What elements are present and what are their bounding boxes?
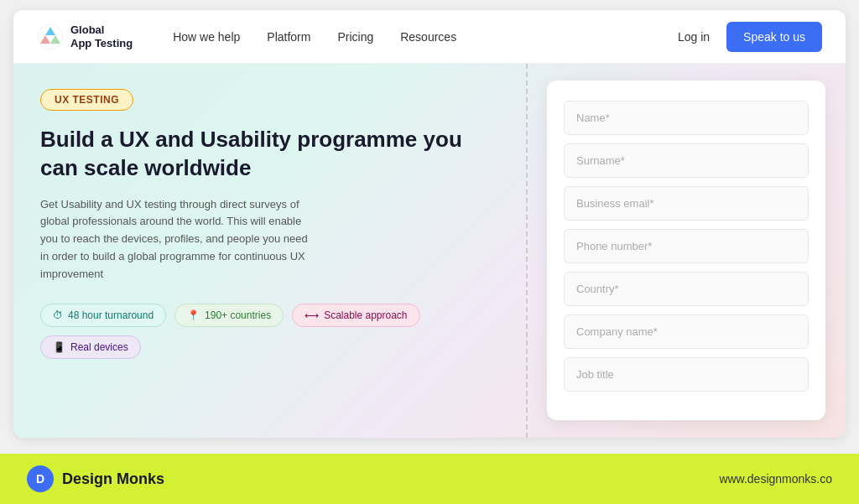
nav-platform[interactable]: Platform <box>267 30 310 44</box>
bottom-bar: D Design Monks www.designmonks.co <box>0 454 859 504</box>
hero-title: Build a UX and Usability programme you c… <box>40 126 500 183</box>
device-icon: 📱 <box>53 341 65 353</box>
feature-badges: ⏱ 48 hour turnaround 📍 190+ countries ⟷ … <box>40 304 500 359</box>
dashed-separator <box>526 64 528 438</box>
country-input[interactable] <box>564 272 809 306</box>
location-icon: 📍 <box>187 309 200 321</box>
phone-field-wrapper <box>564 229 809 263</box>
email-input[interactable] <box>564 186 809 221</box>
surname-input[interactable] <box>564 143 809 178</box>
page-wrapper: Global App Testing How we help Platform … <box>0 0 859 504</box>
main-content: Global App Testing How we help Platform … <box>0 0 859 454</box>
surname-field-wrapper <box>564 143 809 178</box>
brand-name: Design Monks <box>62 470 164 488</box>
browser-card: Global App Testing How we help Platform … <box>13 10 846 438</box>
name-field-wrapper <box>564 101 809 135</box>
email-field-wrapper <box>564 186 809 221</box>
nav-actions: Log in Speak to us <box>678 22 822 52</box>
company-input[interactable] <box>564 314 809 349</box>
right-panel <box>527 64 846 438</box>
job-title-field-wrapper <box>564 357 809 392</box>
left-panel: UX TESTING Build a UX and Usability prog… <box>13 64 527 438</box>
ux-testing-badge: UX TESTING <box>40 89 133 111</box>
contact-form <box>547 81 825 420</box>
name-input[interactable] <box>564 101 809 135</box>
speak-to-us-button[interactable]: Speak to us <box>726 22 822 52</box>
badge-real-devices: 📱 Real devices <box>40 335 141 359</box>
navbar: Global App Testing How we help Platform … <box>13 10 846 64</box>
nav-how-we-help[interactable]: How we help <box>173 30 240 44</box>
hero-description: Get Usability and UX testing through dir… <box>40 196 309 283</box>
badge-countries: 📍 190+ countries <box>174 304 284 327</box>
nav-links: How we help Platform Pricing Resources <box>173 30 678 44</box>
job-title-input[interactable] <box>564 357 809 392</box>
brand-icon: D <box>27 465 54 492</box>
brand-url: www.designmonks.co <box>719 472 832 486</box>
logo-area: Global App Testing <box>37 23 133 50</box>
badge-turnaround: ⏱ 48 hour turnaround <box>40 304 166 327</box>
logo-icon <box>37 23 64 50</box>
login-button[interactable]: Log in <box>678 30 710 44</box>
bottom-logo: D Design Monks <box>27 465 164 492</box>
logo-text: Global App Testing <box>70 23 133 49</box>
clock-icon: ⏱ <box>53 309 63 321</box>
page-body: UX TESTING Build a UX and Usability prog… <box>13 64 846 438</box>
badge-scalable: ⟷ Scalable approach <box>292 304 419 327</box>
phone-input[interactable] <box>564 229 809 263</box>
nav-pricing[interactable]: Pricing <box>337 30 373 44</box>
company-field-wrapper <box>564 314 809 349</box>
country-field-wrapper <box>564 272 809 306</box>
scale-icon: ⟷ <box>305 309 319 321</box>
nav-resources[interactable]: Resources <box>400 30 456 44</box>
